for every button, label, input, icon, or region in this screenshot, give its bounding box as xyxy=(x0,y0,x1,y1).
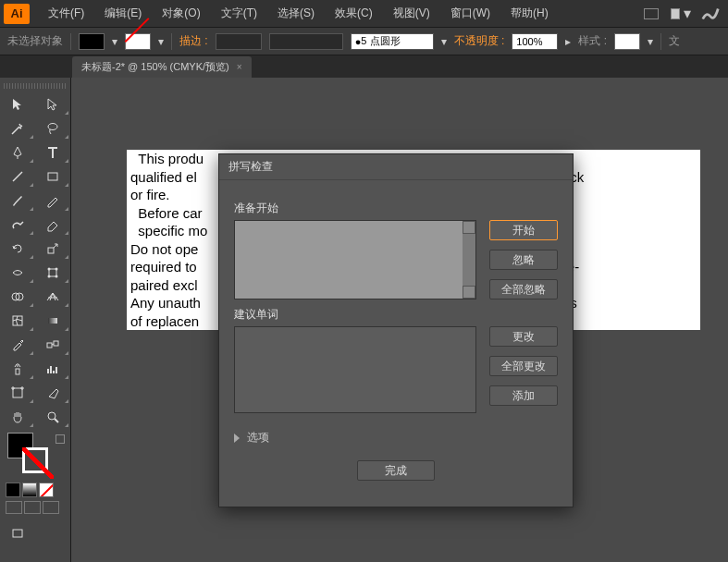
suggestion-list[interactable] xyxy=(234,326,476,413)
svg-point-0 xyxy=(48,124,57,130)
options-bar: 未选择对象 ▾ ▾ 描边 : ● 5 点圆形▾ 不透明度 : 100%▸ 样式 … xyxy=(0,28,728,55)
dialog-title: 拼写检查 xyxy=(219,154,573,180)
change-all-button[interactable]: 全部更改 xyxy=(489,356,558,376)
menu-window[interactable]: 窗口(W) xyxy=(441,2,500,25)
ignore-all-button[interactable]: 全部忽略 xyxy=(489,279,558,299)
swap-fill-stroke-icon[interactable] xyxy=(56,434,65,444)
menu-view[interactable]: 视图(V) xyxy=(384,2,439,25)
menu-help[interactable]: 帮助(H) xyxy=(501,2,558,25)
opacity-input[interactable]: 100% xyxy=(512,33,558,50)
app-logo: Ai xyxy=(4,4,30,24)
color-mode-none[interactable] xyxy=(39,483,54,497)
eyedropper-tool[interactable] xyxy=(0,333,35,357)
color-mode-solid[interactable] xyxy=(6,483,20,497)
paintbrush-tool[interactable] xyxy=(0,189,35,213)
zoom-tool[interactable] xyxy=(35,405,70,429)
selection-tool[interactable] xyxy=(0,92,35,116)
artboard-tool[interactable] xyxy=(0,381,35,405)
svg-rect-11 xyxy=(48,318,57,324)
arrange-dropdown[interactable]: ▾ xyxy=(671,4,691,24)
color-mode-row xyxy=(0,481,70,499)
column-graph-tool[interactable] xyxy=(35,357,70,381)
draw-behind[interactable] xyxy=(24,501,41,514)
slice-tool[interactable] xyxy=(35,381,70,405)
stroke-weight-dropdown[interactable] xyxy=(216,33,262,50)
stroke-profile-dropdown[interactable] xyxy=(269,33,343,50)
done-button[interactable]: 完成 xyxy=(357,460,435,481)
brush-definition[interactable]: ● 5 点圆形 xyxy=(351,33,434,50)
sync-icon[interactable] xyxy=(700,4,721,24)
pen-tool[interactable] xyxy=(0,140,35,165)
suggest-label: 建议单词 xyxy=(234,307,558,323)
change-button[interactable]: 更改 xyxy=(489,326,558,347)
menu-type[interactable]: 文字(T) xyxy=(212,2,266,25)
eraser-tool[interactable] xyxy=(35,213,70,237)
draw-mode-row xyxy=(0,499,70,516)
hand-tool[interactable] xyxy=(0,405,35,429)
menu-select[interactable]: 选择(S) xyxy=(268,2,324,25)
ignore-button[interactable]: 忽略 xyxy=(489,250,558,270)
menu-object[interactable]: 对象(O) xyxy=(153,2,209,25)
pencil-tool[interactable] xyxy=(35,189,70,213)
symbol-sprayer-tool[interactable] xyxy=(0,357,35,381)
scrollbar[interactable] xyxy=(463,221,475,299)
opacity-label: 不透明度 : xyxy=(454,33,505,49)
width-tool[interactable] xyxy=(0,261,35,285)
draw-inside[interactable] xyxy=(43,501,59,514)
word-field[interactable] xyxy=(234,220,476,299)
svg-rect-17 xyxy=(13,530,22,537)
options-label: 选项 xyxy=(247,430,269,446)
ready-label: 准备开始 xyxy=(234,201,558,216)
start-button[interactable]: 开始 xyxy=(489,220,558,240)
screen-mode-tool[interactable] xyxy=(0,521,35,545)
color-mode-gradient[interactable] xyxy=(22,483,37,497)
screen-mode-cycle[interactable] xyxy=(35,521,70,545)
lasso-tool[interactable] xyxy=(35,116,70,140)
style-swatch[interactable] xyxy=(614,33,640,50)
rotate-tool[interactable] xyxy=(0,237,35,261)
close-tab-icon[interactable]: × xyxy=(237,62,242,72)
fill-stroke-control[interactable] xyxy=(4,433,67,477)
direct-selection-tool[interactable] xyxy=(35,92,70,116)
menu-bar: Ai 文件(F) 编辑(E) 对象(O) 文字(T) 选择(S) 效果(C) 视… xyxy=(0,0,728,28)
svg-rect-10 xyxy=(13,316,22,325)
options-expander[interactable]: 选项 xyxy=(234,430,558,446)
menu-effect[interactable]: 效果(C) xyxy=(326,2,382,25)
draw-normal[interactable] xyxy=(6,501,22,514)
gradient-tool[interactable] xyxy=(35,309,70,333)
fill-swatch[interactable] xyxy=(79,33,105,50)
scale-tool[interactable] xyxy=(35,237,70,261)
svg-rect-13 xyxy=(54,341,58,346)
svg-point-4 xyxy=(48,268,51,271)
scroll-down-icon[interactable] xyxy=(463,286,475,299)
line-tool[interactable] xyxy=(0,165,35,189)
layout-icon[interactable] xyxy=(641,4,661,24)
svg-point-6 xyxy=(48,275,51,278)
stroke-label: 描边 : xyxy=(179,33,208,49)
doc-setup-label[interactable]: 文 xyxy=(669,33,680,49)
rectangle-tool[interactable] xyxy=(35,165,70,189)
svg-rect-15 xyxy=(13,388,22,397)
shape-builder-tool[interactable] xyxy=(0,285,35,309)
svg-rect-2 xyxy=(48,248,54,253)
svg-point-7 xyxy=(56,275,58,278)
mesh-tool[interactable] xyxy=(0,309,35,333)
menu-file[interactable]: 文件(F) xyxy=(39,2,93,25)
type-tool[interactable] xyxy=(35,140,70,165)
scroll-up-icon[interactable] xyxy=(463,221,475,234)
panel-collapse-grip[interactable] xyxy=(0,55,7,68)
svg-point-16 xyxy=(48,412,56,420)
free-transform-tool[interactable] xyxy=(35,261,70,285)
magic-wand-tool[interactable] xyxy=(0,116,35,140)
svg-point-5 xyxy=(56,268,58,271)
stroke-color[interactable] xyxy=(22,447,48,473)
blend-tool[interactable] xyxy=(35,333,70,357)
add-button[interactable]: 添加 xyxy=(489,385,558,406)
perspective-grid-tool[interactable] xyxy=(35,285,70,309)
document-tab[interactable]: 未标题-2* @ 150% (CMYK/预览) × xyxy=(72,56,252,78)
document-tabbar: 未标题-2* @ 150% (CMYK/预览) × xyxy=(0,55,728,78)
spell-check-dialog: 拼写检查 准备开始 开始 忽略 全部忽略 建议单词 更改 全部更改 xyxy=(218,153,574,507)
toolbox-grip[interactable] xyxy=(4,83,67,89)
blob-brush-tool[interactable] xyxy=(0,213,35,237)
stroke-swatch[interactable] xyxy=(125,33,151,50)
